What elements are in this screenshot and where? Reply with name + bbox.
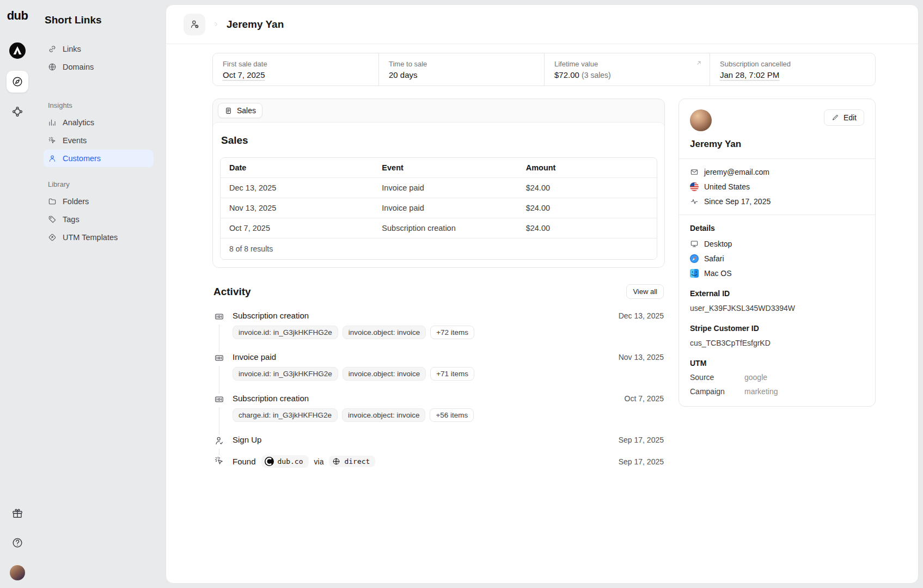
utm-campaign-row: Campaign marketing xyxy=(690,387,864,396)
column-header-date: Date xyxy=(221,158,373,178)
activity-date: Sep 17, 2025 xyxy=(619,436,664,444)
utm-value: marketing xyxy=(744,387,778,396)
sidebar-item-label: Tags xyxy=(63,215,80,224)
cell-amount: $24.00 xyxy=(517,178,657,198)
customer-avatar xyxy=(690,109,712,131)
arrow-up-right-icon[interactable] xyxy=(695,59,702,66)
table-row[interactable]: Oct 7, 2025 Subscription creation $24.00 xyxy=(221,218,657,238)
link-icon xyxy=(48,45,57,53)
customer-stats-row: First sale date Oct 7, 2025 Time to sale… xyxy=(212,53,876,86)
sidebar-item-links[interactable]: Links xyxy=(44,40,154,58)
dub-wordmark-logo[interactable]: dub xyxy=(7,9,28,23)
os-name: Mac OS xyxy=(704,269,732,278)
stat-subscription-cancelled: Subscription cancelled Jan 28, 7:02 PM xyxy=(710,53,875,85)
timeline-connector xyxy=(219,366,219,394)
referrer-pill[interactable]: direct xyxy=(329,456,375,467)
external-id-value[interactable]: user_K39FJKSL345WD3394W xyxy=(690,304,864,313)
cell-amount: $24.00 xyxy=(517,218,657,238)
sidebar-item-customers[interactable]: Customers xyxy=(44,150,154,167)
stripe-id-value[interactable]: cus_TCB3CpTfEsfgrKD xyxy=(690,339,864,347)
stat-value: $72.00 xyxy=(554,70,579,79)
sidebar: Short Links Links Domains Insights Analy… xyxy=(35,0,162,588)
activity-title-text: Invoice paid xyxy=(233,352,276,362)
diamond-arrow-icon xyxy=(48,233,57,242)
stat-label: Lifetime value xyxy=(554,60,700,68)
activity-date: Dec 13, 2025 xyxy=(619,311,664,320)
sidebar-item-label: Folders xyxy=(63,197,89,206)
link-pill[interactable]: dub.co xyxy=(261,455,309,468)
more-items-badge[interactable]: +72 items xyxy=(430,326,474,339)
sidebar-item-events[interactable]: Events xyxy=(44,132,154,149)
sidebar-section-insights: Insights xyxy=(48,101,154,109)
customer-since-row: Since Sep 17, 2025 xyxy=(690,197,864,206)
sales-table: Date Event Amount Dec 13, 2025 Invoice p… xyxy=(220,157,657,260)
column-header-amount: Amount xyxy=(517,158,657,178)
edit-label: Edit xyxy=(843,113,857,122)
metadata-badge[interactable]: invoice.object: invoice xyxy=(343,367,426,381)
table-row[interactable]: Nov 13, 2025 Invoice paid $24.00 xyxy=(221,198,657,218)
sidebar-item-folders[interactable]: Folders xyxy=(44,193,154,210)
sidebar-item-tags[interactable]: Tags xyxy=(44,211,154,228)
activity-date: Nov 13, 2025 xyxy=(619,353,664,362)
compass-icon xyxy=(11,76,23,88)
customer-email-row: jeremy@email.com xyxy=(690,168,864,176)
more-items-badge[interactable]: +56 items xyxy=(430,408,474,422)
gift-icon xyxy=(11,507,23,519)
help-button[interactable] xyxy=(11,537,23,549)
sidebar-item-domains[interactable]: Domains xyxy=(44,58,154,76)
sidebar-item-utm-templates[interactable]: UTM Templates xyxy=(44,229,154,246)
customers-breadcrumb-button[interactable] xyxy=(184,14,205,35)
sidebar-item-analytics[interactable]: Analytics xyxy=(44,114,154,131)
metadata-badge[interactable]: charge.id: in_G3jkHKFHG2e xyxy=(233,408,338,422)
divider xyxy=(679,158,875,159)
app-rail: dub xyxy=(0,0,35,588)
customer-name: Jeremy Yan xyxy=(690,139,864,150)
pulse-icon xyxy=(690,197,699,206)
banknote-icon xyxy=(214,353,224,363)
activity-title-text: Found xyxy=(233,457,256,466)
bar-chart-icon xyxy=(48,118,57,127)
utm-key: Campaign xyxy=(690,387,744,396)
table-row[interactable]: Dec 13, 2025 Invoice paid $24.00 xyxy=(221,178,657,198)
more-items-badge[interactable]: +71 items xyxy=(430,367,474,381)
envelope-icon xyxy=(690,168,699,176)
sales-heading: Sales xyxy=(221,134,657,146)
sidebar-item-label: Links xyxy=(63,45,81,53)
sidebar-item-label: Events xyxy=(63,136,87,145)
stat-suffix: (3 sales) xyxy=(582,71,611,79)
activity-date: Oct 7, 2025 xyxy=(625,394,664,403)
monitor-icon xyxy=(690,240,699,248)
details-heading: Details xyxy=(690,224,864,232)
chevron-right-icon xyxy=(212,20,220,28)
cursor-click-icon xyxy=(214,456,224,466)
cell-date: Nov 13, 2025 xyxy=(221,198,373,218)
cursor-click-icon xyxy=(48,136,57,145)
cell-event: Invoice paid xyxy=(373,198,517,218)
metadata-badge[interactable]: invoice.id: in_G3jkHKFHG2e xyxy=(233,326,338,339)
cell-date: Dec 13, 2025 xyxy=(221,178,373,198)
help-icon xyxy=(11,537,23,549)
divider xyxy=(679,215,875,215)
cell-amount: $24.00 xyxy=(517,198,657,218)
metadata-badge[interactable]: invoice.object: invoice xyxy=(342,408,425,422)
tab-sales[interactable]: Sales xyxy=(218,103,262,118)
metadata-badge[interactable]: invoice.id: in_G3jkHKFHG2e xyxy=(233,367,338,381)
sidebar-item-label: Analytics xyxy=(63,118,94,127)
workspace-avatar[interactable] xyxy=(9,42,26,59)
page-header: Jeremy Yan xyxy=(166,5,918,44)
stat-value[interactable]: Jan 28, 7:02 PM xyxy=(720,70,779,79)
user-account-avatar[interactable] xyxy=(10,565,25,580)
activity-title-text: Subscription creation xyxy=(233,311,309,320)
view-all-button[interactable]: View all xyxy=(626,284,664,299)
edit-button[interactable]: Edit xyxy=(824,109,864,126)
metadata-badge[interactable]: invoice.object: invoice xyxy=(343,326,426,339)
integrations-button[interactable] xyxy=(11,106,23,118)
stat-value[interactable]: Oct 7, 2025 xyxy=(223,70,265,79)
device-row: Desktop xyxy=(690,240,864,248)
column-header-event: Event xyxy=(373,158,517,178)
product-short-links-tile[interactable] xyxy=(7,71,28,93)
link-domain: dub.co xyxy=(278,457,303,465)
utm-value: google xyxy=(744,373,767,382)
whats-new-button[interactable] xyxy=(11,507,23,519)
stat-label: First sale date xyxy=(223,60,369,68)
